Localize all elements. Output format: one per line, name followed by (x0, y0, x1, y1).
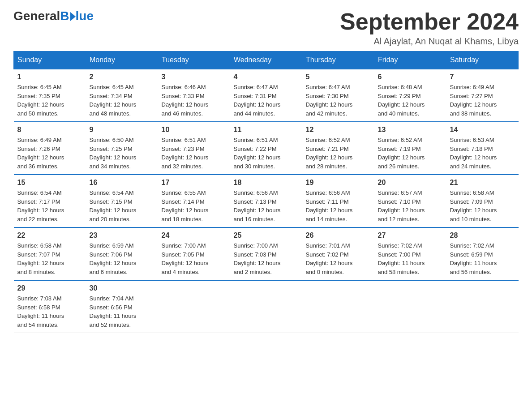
day-number: 17 (162, 179, 227, 187)
calendar-cell: 12 Sunrise: 6:52 AMSunset: 7:21 PMDaylig… (302, 122, 374, 175)
day-number: 14 (450, 126, 515, 134)
calendar-cell (158, 280, 230, 333)
calendar-cell: 7 Sunrise: 6:49 AMSunset: 7:27 PMDayligh… (446, 69, 519, 122)
calendar-cell: 28 Sunrise: 7:02 AMSunset: 6:59 PMDaylig… (446, 227, 519, 280)
day-info: Sunrise: 7:00 AMSunset: 7:05 PMDaylight:… (162, 241, 227, 276)
calendar-cell: 5 Sunrise: 6:47 AMSunset: 7:30 PMDayligh… (302, 69, 374, 122)
day-info: Sunrise: 6:46 AMSunset: 7:33 PMDaylight:… (162, 83, 227, 118)
day-number: 4 (234, 73, 299, 81)
day-number: 2 (90, 73, 154, 81)
day-info: Sunrise: 6:58 AMSunset: 7:09 PMDaylight:… (450, 188, 515, 223)
day-number: 12 (306, 126, 371, 134)
column-header-monday: Monday (86, 51, 158, 69)
day-info: Sunrise: 6:47 AMSunset: 7:30 PMDaylight:… (306, 83, 371, 118)
day-number: 1 (17, 73, 82, 81)
day-info: Sunrise: 7:01 AMSunset: 7:02 PMDaylight:… (306, 241, 371, 276)
column-header-tuesday: Tuesday (158, 51, 230, 69)
calendar-cell: 20 Sunrise: 6:57 AMSunset: 7:10 PMDaylig… (374, 175, 446, 227)
day-info: Sunrise: 6:57 AMSunset: 7:10 PMDaylight:… (378, 188, 443, 223)
logo: General B lue (13, 9, 94, 23)
day-info: Sunrise: 6:50 AMSunset: 7:25 PMDaylight:… (90, 136, 154, 171)
calendar-cell: 27 Sunrise: 7:02 AMSunset: 7:00 PMDaylig… (374, 227, 446, 280)
day-number: 28 (450, 231, 515, 240)
calendar-cell: 23 Sunrise: 6:59 AMSunset: 7:06 PMDaylig… (86, 227, 158, 280)
calendar-week-row: 22 Sunrise: 6:58 AMSunset: 7:07 PMDaylig… (14, 227, 519, 280)
day-number: 27 (378, 231, 443, 240)
calendar-cell (230, 280, 302, 333)
column-header-wednesday: Wednesday (230, 51, 302, 69)
logo-lue: lue (76, 9, 94, 23)
calendar-table: SundayMondayTuesdayWednesdayThursdayFrid… (13, 51, 519, 333)
day-number: 5 (306, 73, 371, 81)
calendar-cell: 13 Sunrise: 6:52 AMSunset: 7:19 PMDaylig… (374, 122, 446, 175)
calendar-cell: 9 Sunrise: 6:50 AMSunset: 7:25 PMDayligh… (86, 122, 158, 175)
column-header-friday: Friday (374, 51, 446, 69)
logo-arrow-icon (70, 12, 76, 21)
calendar-cell: 19 Sunrise: 6:56 AMSunset: 7:11 PMDaylig… (302, 175, 374, 227)
location-subtitle: Al Ajaylat, An Nuqat al Khams, Libya (340, 36, 519, 47)
day-number: 26 (306, 231, 371, 240)
day-number: 29 (17, 284, 82, 292)
logo-general-text: General (13, 9, 60, 23)
calendar-cell: 6 Sunrise: 6:48 AMSunset: 7:29 PMDayligh… (374, 69, 446, 122)
day-number: 19 (306, 179, 371, 187)
day-info: Sunrise: 6:52 AMSunset: 7:21 PMDaylight:… (306, 136, 371, 171)
day-info: Sunrise: 6:49 AMSunset: 7:27 PMDaylight:… (450, 83, 515, 118)
day-info: Sunrise: 6:59 AMSunset: 7:06 PMDaylight:… (90, 241, 154, 276)
title-section: September 2024 Al Ajaylat, An Nuqat al K… (340, 9, 519, 47)
calendar-cell: 29 Sunrise: 7:03 AMSunset: 6:58 PMDaylig… (14, 280, 86, 333)
day-info: Sunrise: 6:45 AMSunset: 7:35 PMDaylight:… (17, 83, 82, 118)
calendar-cell: 22 Sunrise: 6:58 AMSunset: 7:07 PMDaylig… (14, 227, 86, 280)
calendar-cell: 17 Sunrise: 6:55 AMSunset: 7:14 PMDaylig… (158, 175, 230, 227)
calendar-cell: 25 Sunrise: 7:00 AMSunset: 7:03 PMDaylig… (230, 227, 302, 280)
page-header: General B lue September 2024 Al Ajaylat,… (13, 9, 519, 47)
calendar-week-row: 15 Sunrise: 6:54 AMSunset: 7:17 PMDaylig… (14, 175, 519, 227)
day-number: 8 (17, 126, 82, 134)
calendar-header-row: SundayMondayTuesdayWednesdayThursdayFrid… (14, 51, 519, 69)
calendar-cell: 26 Sunrise: 7:01 AMSunset: 7:02 PMDaylig… (302, 227, 374, 280)
day-number: 21 (450, 179, 515, 187)
calendar-week-row: 29 Sunrise: 7:03 AMSunset: 6:58 PMDaylig… (14, 280, 519, 333)
calendar-cell: 8 Sunrise: 6:49 AMSunset: 7:26 PMDayligh… (14, 122, 86, 175)
logo-blue-section: B lue (60, 9, 94, 23)
day-number: 9 (90, 126, 154, 134)
calendar-cell: 10 Sunrise: 6:51 AMSunset: 7:23 PMDaylig… (158, 122, 230, 175)
day-info: Sunrise: 6:49 AMSunset: 7:26 PMDaylight:… (17, 136, 82, 171)
day-info: Sunrise: 7:03 AMSunset: 6:58 PMDaylight:… (17, 294, 82, 329)
day-number: 3 (162, 73, 227, 81)
day-info: Sunrise: 6:47 AMSunset: 7:31 PMDaylight:… (234, 83, 299, 118)
day-number: 16 (90, 179, 154, 187)
day-info: Sunrise: 6:48 AMSunset: 7:29 PMDaylight:… (378, 83, 443, 118)
day-number: 18 (234, 179, 299, 187)
calendar-cell: 21 Sunrise: 6:58 AMSunset: 7:09 PMDaylig… (446, 175, 519, 227)
day-number: 11 (234, 126, 299, 134)
calendar-cell (446, 280, 519, 333)
day-number: 30 (90, 284, 154, 292)
day-info: Sunrise: 6:54 AMSunset: 7:15 PMDaylight:… (90, 188, 154, 223)
day-info: Sunrise: 6:56 AMSunset: 7:11 PMDaylight:… (306, 188, 371, 223)
day-number: 25 (234, 231, 299, 240)
calendar-cell: 3 Sunrise: 6:46 AMSunset: 7:33 PMDayligh… (158, 69, 230, 122)
calendar-cell: 4 Sunrise: 6:47 AMSunset: 7:31 PMDayligh… (230, 69, 302, 122)
calendar-cell: 14 Sunrise: 6:53 AMSunset: 7:18 PMDaylig… (446, 122, 519, 175)
day-number: 6 (378, 73, 443, 81)
calendar-cell (302, 280, 374, 333)
calendar-cell: 1 Sunrise: 6:45 AMSunset: 7:35 PMDayligh… (14, 69, 86, 122)
day-number: 15 (17, 179, 82, 187)
day-info: Sunrise: 6:58 AMSunset: 7:07 PMDaylight:… (17, 241, 82, 276)
column-header-sunday: Sunday (14, 51, 86, 69)
day-info: Sunrise: 6:51 AMSunset: 7:23 PMDaylight:… (162, 136, 227, 171)
day-info: Sunrise: 6:53 AMSunset: 7:18 PMDaylight:… (450, 136, 515, 171)
calendar-cell: 2 Sunrise: 6:45 AMSunset: 7:34 PMDayligh… (86, 69, 158, 122)
day-info: Sunrise: 7:02 AMSunset: 7:00 PMDaylight:… (378, 241, 443, 276)
calendar-cell: 15 Sunrise: 6:54 AMSunset: 7:17 PMDaylig… (14, 175, 86, 227)
day-info: Sunrise: 7:02 AMSunset: 6:59 PMDaylight:… (450, 241, 515, 276)
day-info: Sunrise: 6:45 AMSunset: 7:34 PMDaylight:… (90, 83, 154, 118)
day-info: Sunrise: 6:51 AMSunset: 7:22 PMDaylight:… (234, 136, 299, 171)
column-header-saturday: Saturday (446, 51, 519, 69)
calendar-cell: 11 Sunrise: 6:51 AMSunset: 7:22 PMDaylig… (230, 122, 302, 175)
day-info: Sunrise: 7:00 AMSunset: 7:03 PMDaylight:… (234, 241, 299, 276)
calendar-week-row: 1 Sunrise: 6:45 AMSunset: 7:35 PMDayligh… (14, 69, 519, 122)
day-info: Sunrise: 6:56 AMSunset: 7:13 PMDaylight:… (234, 188, 299, 223)
day-info: Sunrise: 6:55 AMSunset: 7:14 PMDaylight:… (162, 188, 227, 223)
